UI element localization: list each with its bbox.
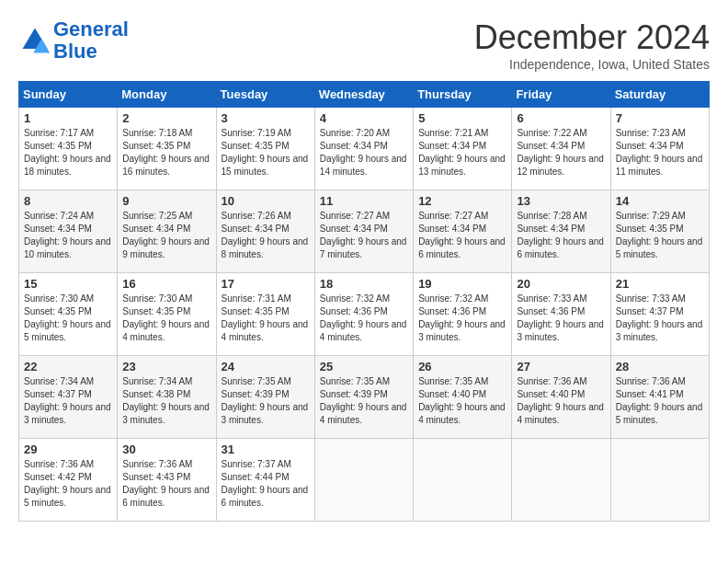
logo: General Blue [18, 18, 129, 63]
day-number: 13 [517, 194, 605, 208]
day-number: 19 [418, 277, 506, 291]
header-day-saturday: Saturday [610, 82, 709, 108]
day-cell-11: 11Sunrise: 7:27 AMSunset: 4:34 PMDayligh… [314, 190, 413, 273]
day-info: Sunrise: 7:31 AMSunset: 4:35 PMDaylight:… [222, 293, 310, 344]
day-number: 23 [122, 360, 210, 373]
day-info: Sunrise: 7:34 AMSunset: 4:38 PMDaylight:… [122, 375, 210, 427]
day-info: Sunrise: 7:27 AMSunset: 4:34 PMDaylight:… [320, 210, 408, 261]
day-number: 20 [517, 277, 605, 291]
header-day-thursday: Thursday [414, 82, 512, 108]
day-number: 15 [24, 277, 112, 291]
day-number: 25 [320, 360, 408, 373]
day-cell-1: 1Sunrise: 7:17 AMSunset: 4:35 PMDaylight… [19, 108, 118, 190]
day-info: Sunrise: 7:21 AMSunset: 4:34 PMDaylight:… [418, 127, 506, 178]
day-cell-8: 8Sunrise: 7:24 AMSunset: 4:34 PMDaylight… [19, 190, 118, 273]
day-number: 30 [122, 442, 210, 456]
day-cell-20: 20Sunrise: 7:33 AMSunset: 4:36 PMDayligh… [512, 273, 610, 356]
day-cell-10: 10Sunrise: 7:26 AMSunset: 4:34 PMDayligh… [216, 190, 314, 273]
day-info: Sunrise: 7:35 AMSunset: 4:39 PMDaylight:… [320, 375, 408, 427]
day-info: Sunrise: 7:33 AMSunset: 4:37 PMDaylight:… [616, 293, 704, 344]
day-number: 12 [418, 194, 506, 208]
day-cell-19: 19Sunrise: 7:32 AMSunset: 4:36 PMDayligh… [414, 273, 512, 356]
day-info: Sunrise: 7:32 AMSunset: 4:36 PMDaylight:… [418, 293, 506, 344]
day-info: Sunrise: 7:25 AMSunset: 4:34 PMDaylight:… [122, 210, 210, 261]
day-number: 9 [122, 194, 210, 208]
location: Independence, Iowa, United States [474, 57, 710, 72]
day-info: Sunrise: 7:36 AMSunset: 4:40 PMDaylight:… [517, 375, 605, 427]
day-number: 21 [616, 277, 704, 291]
page-header: General Blue December 2024 Independence,… [18, 18, 710, 72]
day-info: Sunrise: 7:22 AMSunset: 4:34 PMDaylight:… [517, 127, 605, 178]
day-cell-23: 23Sunrise: 7:34 AMSunset: 4:38 PMDayligh… [118, 356, 216, 439]
day-cell-7: 7Sunrise: 7:23 AMSunset: 4:34 PMDaylight… [610, 108, 709, 190]
day-cell-6: 6Sunrise: 7:22 AMSunset: 4:34 PMDaylight… [512, 108, 610, 190]
day-cell-15: 15Sunrise: 7:30 AMSunset: 4:35 PMDayligh… [19, 273, 118, 356]
day-number: 28 [616, 360, 704, 373]
day-info: Sunrise: 7:36 AMSunset: 4:41 PMDaylight:… [616, 375, 704, 427]
day-info: Sunrise: 7:30 AMSunset: 4:35 PMDaylight:… [24, 293, 112, 344]
calendar-header: SundayMondayTuesdayWednesdayThursdayFrid… [19, 82, 710, 108]
calendar-body: 1Sunrise: 7:17 AMSunset: 4:35 PMDaylight… [19, 108, 710, 522]
day-info: Sunrise: 7:35 AMSunset: 4:39 PMDaylight:… [222, 375, 310, 427]
day-info: Sunrise: 7:26 AMSunset: 4:34 PMDaylight:… [222, 210, 310, 261]
day-number: 29 [24, 442, 112, 456]
day-info: Sunrise: 7:27 AMSunset: 4:34 PMDaylight:… [418, 210, 506, 261]
day-number: 26 [418, 360, 506, 373]
day-cell-3: 3Sunrise: 7:19 AMSunset: 4:35 PMDaylight… [216, 108, 314, 190]
day-cell-30: 30Sunrise: 7:36 AMSunset: 4:43 PMDayligh… [118, 439, 216, 522]
day-cell-22: 22Sunrise: 7:34 AMSunset: 4:37 PMDayligh… [19, 356, 118, 439]
day-number: 8 [24, 194, 112, 208]
day-cell-21: 21Sunrise: 7:33 AMSunset: 4:37 PMDayligh… [610, 273, 709, 356]
day-info: Sunrise: 7:18 AMSunset: 4:35 PMDaylight:… [122, 127, 210, 178]
day-number: 24 [222, 360, 310, 373]
day-info: Sunrise: 7:24 AMSunset: 4:34 PMDaylight:… [24, 210, 112, 261]
day-number: 7 [616, 111, 704, 125]
calendar-week-3: 15Sunrise: 7:30 AMSunset: 4:35 PMDayligh… [19, 273, 710, 356]
day-number: 27 [517, 360, 605, 373]
day-info: Sunrise: 7:36 AMSunset: 4:43 PMDaylight:… [122, 458, 210, 510]
day-number: 18 [320, 277, 408, 291]
empty-cell [512, 439, 610, 522]
calendar-table: SundayMondayTuesdayWednesdayThursdayFrid… [18, 81, 710, 522]
day-number: 4 [320, 111, 408, 125]
header-day-sunday: Sunday [19, 82, 118, 108]
day-cell-25: 25Sunrise: 7:35 AMSunset: 4:39 PMDayligh… [314, 356, 413, 439]
day-number: 17 [222, 277, 310, 291]
day-info: Sunrise: 7:17 AMSunset: 4:35 PMDaylight:… [24, 127, 112, 178]
logo-icon [18, 24, 51, 57]
day-number: 22 [24, 360, 112, 373]
day-info: Sunrise: 7:28 AMSunset: 4:34 PMDaylight:… [517, 210, 605, 261]
header-day-friday: Friday [512, 82, 610, 108]
day-cell-27: 27Sunrise: 7:36 AMSunset: 4:40 PMDayligh… [512, 356, 610, 439]
day-info: Sunrise: 7:32 AMSunset: 4:36 PMDaylight:… [320, 293, 408, 344]
day-cell-28: 28Sunrise: 7:36 AMSunset: 4:41 PMDayligh… [610, 356, 709, 439]
day-number: 16 [122, 277, 210, 291]
day-cell-14: 14Sunrise: 7:29 AMSunset: 4:35 PMDayligh… [610, 190, 709, 273]
day-info: Sunrise: 7:37 AMSunset: 4:44 PMDaylight:… [222, 458, 310, 510]
day-cell-26: 26Sunrise: 7:35 AMSunset: 4:40 PMDayligh… [414, 356, 512, 439]
month-title: December 2024 [474, 18, 710, 57]
day-number: 6 [517, 111, 605, 125]
day-info: Sunrise: 7:36 AMSunset: 4:42 PMDaylight:… [24, 458, 112, 510]
day-cell-29: 29Sunrise: 7:36 AMSunset: 4:42 PMDayligh… [19, 439, 118, 522]
day-cell-16: 16Sunrise: 7:30 AMSunset: 4:35 PMDayligh… [118, 273, 216, 356]
calendar-week-1: 1Sunrise: 7:17 AMSunset: 4:35 PMDaylight… [19, 108, 710, 190]
header-row: SundayMondayTuesdayWednesdayThursdayFrid… [19, 82, 710, 108]
day-cell-2: 2Sunrise: 7:18 AMSunset: 4:35 PMDaylight… [118, 108, 216, 190]
day-number: 31 [222, 442, 310, 456]
day-info: Sunrise: 7:23 AMSunset: 4:34 PMDaylight:… [616, 127, 704, 178]
day-number: 11 [320, 194, 408, 208]
day-number: 5 [418, 111, 506, 125]
calendar-week-5: 29Sunrise: 7:36 AMSunset: 4:42 PMDayligh… [19, 439, 710, 522]
title-block: December 2024 Independence, Iowa, United… [474, 18, 710, 72]
day-cell-13: 13Sunrise: 7:28 AMSunset: 4:34 PMDayligh… [512, 190, 610, 273]
day-info: Sunrise: 7:29 AMSunset: 4:35 PMDaylight:… [616, 210, 704, 261]
logo-text: General Blue [53, 18, 129, 63]
day-info: Sunrise: 7:20 AMSunset: 4:34 PMDaylight:… [320, 127, 408, 178]
day-cell-18: 18Sunrise: 7:32 AMSunset: 4:36 PMDayligh… [314, 273, 413, 356]
day-info: Sunrise: 7:19 AMSunset: 4:35 PMDaylight:… [222, 127, 310, 178]
day-cell-31: 31Sunrise: 7:37 AMSunset: 4:44 PMDayligh… [216, 439, 314, 522]
day-number: 3 [222, 111, 310, 125]
empty-cell [610, 439, 709, 522]
empty-cell [414, 439, 512, 522]
